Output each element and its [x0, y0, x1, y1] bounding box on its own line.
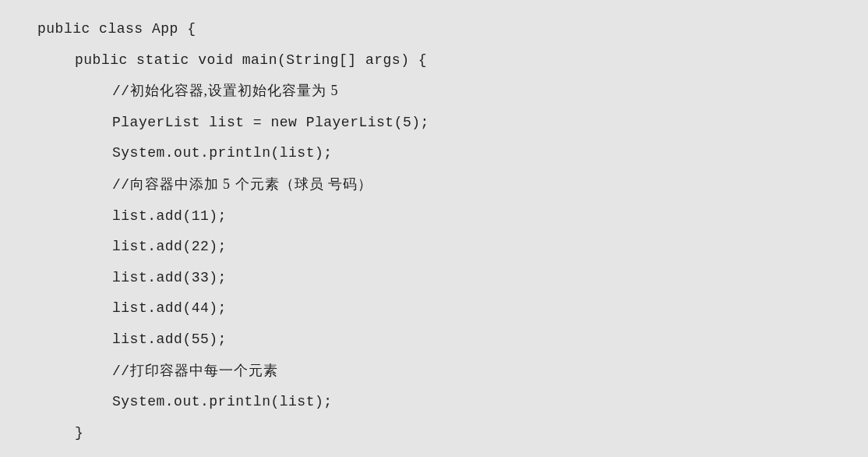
code-line-println-1: System.out.println(list);	[37, 138, 868, 169]
comment-text: 向容器中添加 5 个元素（球员 号码）	[130, 176, 373, 192]
comment-prefix: //	[112, 363, 130, 379]
code-line-main-method: public static void main(String[] args) {	[37, 45, 868, 76]
code-line-comment-print: //打印容器中每一个元素	[37, 356, 868, 388]
code-line-println-2: System.out.println(list);	[37, 387, 868, 418]
code-line-close-method: }	[37, 418, 868, 449]
code-line-comment-init: //初始化容器,设置初始化容量为 5	[37, 76, 868, 108]
code-block: public class App { public static void ma…	[0, 14, 868, 457]
code-line-close-class: }	[37, 448, 868, 457]
code-line-playerlist-new: PlayerList list = new PlayerList(5);	[37, 108, 868, 139]
comment-prefix: //	[112, 177, 130, 193]
code-line-add-11: list.add(11);	[37, 201, 868, 232]
comment-text: 打印容器中每一个元素	[130, 363, 278, 378]
code-line-class-decl: public class App {	[37, 14, 868, 45]
code-line-add-55: list.add(55);	[37, 324, 868, 356]
code-line-add-44: list.add(44);	[37, 293, 868, 324]
code-line-comment-add: //向容器中添加 5 个元素（球员 号码）	[37, 169, 868, 201]
code-line-add-33: list.add(33);	[37, 263, 868, 294]
comment-text: 初始化容器,设置初始化容量为 5	[130, 83, 339, 98]
comment-prefix: //	[112, 83, 130, 99]
code-line-add-22: list.add(22);	[37, 232, 868, 263]
